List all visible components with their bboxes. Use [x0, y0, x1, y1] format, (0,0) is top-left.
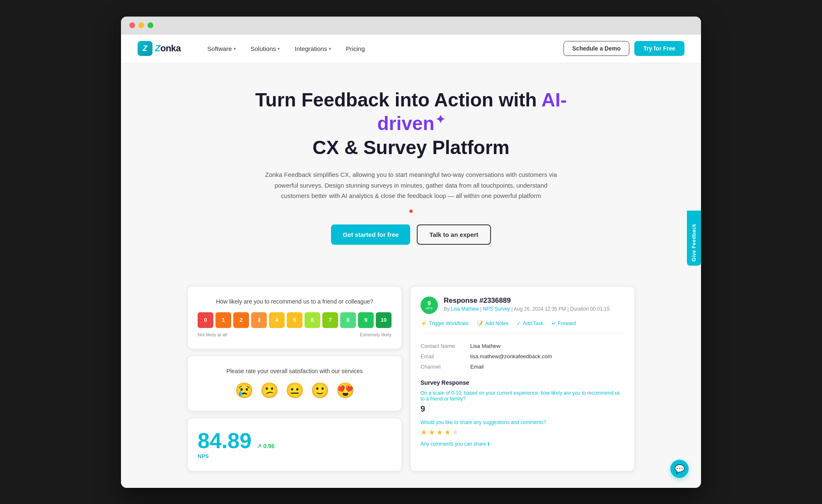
meta-survey-link[interactable]: NPS Survey: [483, 306, 510, 312]
nps-button-0[interactable]: 0: [198, 312, 213, 328]
try-free-button[interactable]: Try for Free: [634, 41, 684, 56]
star-4: ★: [444, 428, 451, 437]
emoji-very-dissatisfied[interactable]: 😢: [235, 382, 254, 399]
nps-button-2[interactable]: 2: [233, 312, 249, 328]
nav-items: Software ▾ Solutions ▾ Integrations ▾ Pr…: [201, 42, 550, 55]
nps-label-left: Not likely at all: [198, 332, 227, 337]
hero-title: Turn Feedback into Action with AI-driven…: [249, 88, 573, 160]
browser-chrome: [121, 17, 701, 34]
nps-button-8[interactable]: 8: [340, 312, 356, 328]
badge-label: NPS: [426, 306, 433, 310]
response-actions: ⚡ Trigger Workflows 📝 Add Notes ✓ Add Ta…: [421, 321, 624, 333]
nav-item-software[interactable]: Software ▾: [201, 42, 242, 55]
navbar: Z Zonka Software ▾ Solutions ▾ Integrati…: [121, 34, 701, 63]
detail-table: Contact Name Lisa Mathew Email lisa.math…: [421, 341, 624, 372]
talk-to-expert-button[interactable]: Talk to an expert: [417, 224, 491, 245]
browser-window: Z Zonka Software ▾ Solutions ▾ Integrati…: [121, 17, 701, 488]
feedback-side-wrapper: Give Feedback: [687, 211, 701, 266]
nav-item-integrations[interactable]: Integrations ▾: [288, 42, 337, 55]
survey-question-1: On a scale of 0-10, based on your curren…: [421, 390, 624, 402]
score-display: 84.89 ↗ 0.96: [198, 430, 392, 451]
chat-bubble-button[interactable]: 💬: [670, 460, 689, 478]
trend-arrow-icon: ↗: [257, 443, 262, 449]
detail-row-channel: Channel Email: [421, 362, 624, 372]
response-card: 9 NPS Response #2336889 By Lisa Mathew |…: [410, 286, 635, 471]
nps-survey-card: How likely are you to recommend us to a …: [187, 286, 402, 349]
nps-button-3[interactable]: 3: [251, 312, 267, 328]
nps-button-6[interactable]: 6: [305, 312, 320, 328]
rating-stars: ★ ★ ★ ★ ★: [421, 428, 624, 437]
star-5: ★: [452, 428, 459, 437]
logo[interactable]: Z Zonka: [138, 41, 181, 56]
hero-subtitle: Zonka Feedback simplifies CX, allowing y…: [262, 169, 560, 201]
nps-score-number: 84.89: [198, 429, 251, 453]
satisfaction-question: Please rate your overall satisfaction wi…: [198, 368, 392, 374]
comments-text: Any comments you can share: [421, 441, 486, 447]
logo-icon: Z: [138, 41, 152, 56]
nps-button-7[interactable]: 7: [322, 312, 338, 328]
close-button[interactable]: [129, 22, 135, 28]
info-icon: ℹ: [488, 441, 490, 447]
nav-item-pricing[interactable]: Pricing: [339, 42, 372, 55]
nps-button-4[interactable]: 4: [269, 312, 285, 328]
give-feedback-button[interactable]: Give Feedback: [687, 211, 701, 266]
nps-button-1[interactable]: 1: [215, 312, 231, 328]
logo-text: Zonka: [155, 43, 181, 54]
survey-question-2: Would you like to share any suggestions …: [421, 420, 624, 425]
maximize-button[interactable]: [147, 22, 153, 28]
meta-name-link[interactable]: Lisa Mathew: [451, 306, 479, 312]
comments-question: Any comments you can share ℹ: [421, 441, 624, 447]
contact-value: Lisa Mathew: [470, 343, 500, 349]
satisfaction-emojis: 😢 😕 😐 🙂 😍: [198, 382, 392, 399]
add-task-button[interactable]: ✓ Add Task: [517, 321, 543, 326]
response-title-area: Response #2336889 By Lisa Mathew | NPS S…: [444, 297, 609, 312]
workflow-icon: ⚡: [421, 321, 427, 326]
response-header: 9 NPS Response #2336889 By Lisa Mathew |…: [421, 297, 624, 314]
badge-score: 9: [428, 300, 431, 306]
sparkle-icon: ✦: [435, 112, 445, 127]
chevron-down-icon: ▾: [278, 46, 280, 51]
meta-duration: 00:01:15: [590, 306, 610, 312]
channel-label: Channel: [421, 364, 462, 370]
star-1: ★: [421, 428, 427, 437]
trend-value: 0.96: [264, 443, 275, 449]
detail-row-contact: Contact Name Lisa Mathew: [421, 341, 624, 351]
forward-icon: ↩: [551, 321, 556, 326]
nps-badge: 9 NPS: [421, 297, 438, 314]
emoji-neutral[interactable]: 😐: [285, 382, 304, 399]
contact-label: Contact Name: [421, 343, 462, 349]
channel-value: Email: [470, 364, 484, 370]
nav-item-solutions[interactable]: Solutions ▾: [244, 42, 287, 55]
schedule-demo-button[interactable]: Schedule a Demo: [563, 41, 629, 56]
trigger-workflows-button[interactable]: ⚡ Trigger Workflows: [421, 321, 469, 326]
nps-scale: 0 1 2 3 4 5 6 7 8 9 10: [198, 312, 392, 328]
forward-button[interactable]: ↩ Forward: [551, 321, 576, 326]
traffic-lights: [129, 22, 153, 28]
nps-button-5[interactable]: 5: [287, 312, 302, 328]
survey-response-label: Survey Response: [421, 379, 624, 386]
chat-icon: 💬: [675, 464, 685, 474]
hero-section: Turn Feedback into Action with AI-driven…: [233, 63, 589, 286]
notes-icon: 📝: [477, 321, 483, 326]
nps-button-10[interactable]: 10: [376, 312, 392, 328]
emoji-very-satisfied[interactable]: 😍: [336, 382, 355, 399]
card-right: 9 NPS Response #2336889 By Lisa Mathew |…: [410, 286, 635, 471]
nps-question: How likely are you to recommend us to a …: [198, 298, 392, 305]
emoji-satisfied[interactable]: 🙂: [311, 382, 329, 399]
nps-button-9[interactable]: 9: [358, 312, 374, 328]
detail-row-email: Email lisa.mathew@zonkafeedback.com: [421, 351, 624, 362]
chevron-down-icon: ▾: [234, 46, 236, 51]
nps-labels: Not likely at all Extremely likely: [198, 332, 392, 337]
email-value: lisa.mathew@zonkafeedback.com: [470, 353, 552, 359]
nav-actions: Schedule a Demo Try for Free: [563, 41, 684, 56]
nps-score-label: NPS: [198, 453, 392, 459]
score-card: 84.89 ↗ 0.96 NPS: [187, 418, 402, 471]
emoji-dissatisfied[interactable]: 😕: [260, 382, 279, 399]
get-started-button[interactable]: Get started for free: [331, 224, 410, 245]
minimize-button[interactable]: [138, 22, 144, 28]
star-2: ★: [428, 428, 435, 437]
star-3: ★: [436, 428, 443, 437]
add-notes-button[interactable]: 📝 Add Notes: [477, 321, 508, 326]
response-meta: By Lisa Mathew | NPS Survey | Aug 26, 20…: [444, 306, 609, 312]
response-title: Response #2336889: [444, 297, 609, 305]
